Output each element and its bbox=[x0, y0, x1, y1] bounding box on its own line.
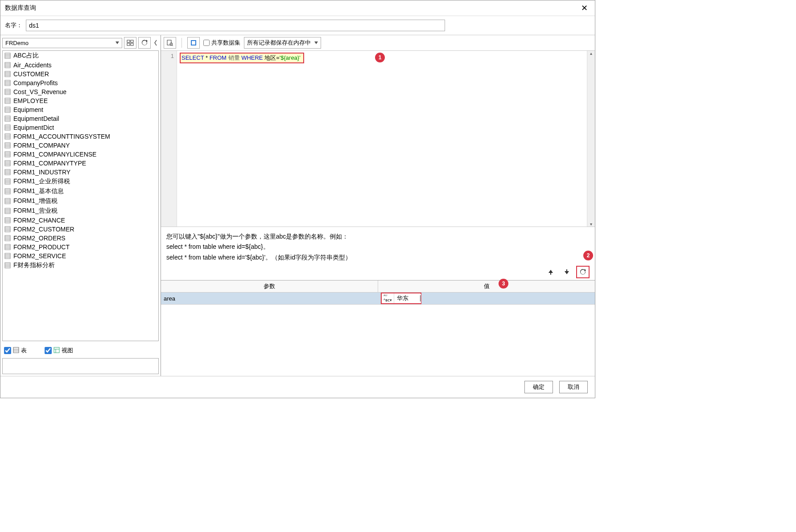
move-down-button[interactable] bbox=[560, 266, 573, 278]
line-number: 1 bbox=[161, 53, 174, 59]
table-icon bbox=[4, 253, 11, 259]
code-area[interactable]: SELECT * FROM 销量 WHERE 地区='${area}' 1 bbox=[177, 51, 587, 227]
svg-rect-2 bbox=[127, 43, 130, 45]
share-label: 共享数据集 bbox=[211, 39, 240, 47]
cancel-button[interactable]: 取消 bbox=[559, 381, 588, 393]
scroll-down-icon[interactable]: ▾ bbox=[590, 222, 592, 227]
move-up-button[interactable] bbox=[544, 266, 557, 278]
table-item[interactable]: F财务指标分析 bbox=[3, 260, 158, 270]
right-toolbar: 共享数据集 所有记录都保存在内存中 bbox=[161, 35, 595, 51]
table-item[interactable]: FORM1_营业税 bbox=[3, 206, 158, 216]
param-header-name: 参数 bbox=[161, 280, 378, 293]
ok-button[interactable]: 确定 bbox=[524, 381, 553, 393]
dialog-footer: 确定 取消 bbox=[0, 376, 595, 398]
separator bbox=[181, 38, 182, 48]
check-view[interactable]: 视图 bbox=[45, 346, 73, 355]
table-item[interactable]: FORM2_ORDERS bbox=[3, 234, 158, 243]
table-item[interactable]: FORM2_CHANCE bbox=[3, 216, 158, 225]
share-check[interactable]: 共享数据集 bbox=[203, 39, 240, 47]
table-item[interactable]: FORM1_基本信息 bbox=[3, 186, 158, 196]
table-item-label: FORM2_CUSTOMER bbox=[13, 226, 74, 233]
param-header-value: 值 bbox=[484, 283, 490, 289]
sql-editor: 1 SELECT * FROM 销量 WHERE 地区='${area}' 1 … bbox=[161, 51, 595, 227]
refresh-connections-button[interactable] bbox=[138, 37, 151, 49]
connection-row: FRDemo bbox=[0, 35, 161, 50]
table-item[interactable]: CompanyProfits bbox=[3, 78, 158, 87]
table-checkbox[interactable] bbox=[4, 347, 11, 354]
maximize-button[interactable] bbox=[187, 37, 200, 49]
table-item[interactable]: EquipmentDetail bbox=[3, 114, 158, 123]
vertical-scrollbar[interactable]: ▴ ▾ bbox=[587, 51, 595, 227]
schema-button[interactable] bbox=[124, 37, 136, 49]
table-item[interactable]: Equipment bbox=[3, 105, 158, 114]
table-icon bbox=[4, 53, 11, 59]
table-icon bbox=[4, 208, 11, 214]
table-item[interactable]: CUSTOMER bbox=[3, 70, 158, 78]
param-header-value-wrap: 值 3 bbox=[378, 280, 595, 293]
table-item-label: CompanyProfits bbox=[13, 79, 58, 87]
param-name-cell[interactable]: area bbox=[161, 293, 381, 305]
svg-rect-106 bbox=[167, 40, 171, 45]
collapse-button[interactable] bbox=[153, 37, 159, 49]
hint-line: 您可以键入"${abc}"做为一个参数，这里abc是参数的名称。例如： bbox=[166, 231, 590, 242]
annotation-badge-2: 2 bbox=[583, 251, 593, 260]
table-item[interactable]: FORM1_COMPANYLICENSE bbox=[3, 150, 158, 159]
table-list[interactable]: ABC占比Air_AccidentsCUSTOMERCompanyProfits… bbox=[2, 50, 159, 341]
view-checkbox[interactable] bbox=[45, 347, 52, 354]
name-input[interactable] bbox=[26, 20, 445, 31]
table-icon bbox=[4, 198, 11, 204]
scroll-up-icon[interactable]: ▴ bbox=[590, 51, 592, 56]
dialog-root: 数据库查询 ✕ 名字： FRDemo A bbox=[0, 0, 595, 398]
type-picker-icon[interactable]: ᴬᵁᴬʙᴄ▾ bbox=[382, 293, 394, 303]
param-value-cell[interactable]: ᴬᵁᴬʙᴄ▾ bbox=[381, 293, 595, 305]
table-item[interactable]: Air_Accidents bbox=[3, 61, 158, 70]
table-item[interactable]: FORM2_SERVICE bbox=[3, 252, 158, 260]
memory-select[interactable]: 所有记录都保存在内存中 bbox=[244, 37, 321, 49]
svg-rect-3 bbox=[131, 43, 133, 45]
check-table[interactable]: 表 bbox=[4, 346, 27, 355]
table-item[interactable]: EMPLOYEE bbox=[3, 96, 158, 105]
table-icon bbox=[4, 226, 11, 232]
table-icon bbox=[4, 188, 11, 194]
chevron-down-icon bbox=[115, 41, 119, 44]
table-item[interactable]: FORM1_增值税 bbox=[3, 196, 158, 206]
table-item[interactable]: FORM2_PRODUCT bbox=[3, 243, 158, 252]
table-item[interactable]: ABC占比 bbox=[3, 51, 158, 61]
connection-select[interactable]: FRDemo bbox=[2, 38, 122, 48]
table-item[interactable]: FORM1_ACCOUNTTINGSYSTEM bbox=[3, 132, 158, 141]
line-gutter: 1 bbox=[161, 51, 177, 227]
annotation-badge-3: 3 bbox=[499, 279, 508, 289]
table-item[interactable]: FORM1_INDUSTRY bbox=[3, 168, 158, 177]
table-item[interactable]: FORM1_COMPANYTYPE bbox=[3, 159, 158, 168]
view-label: 视图 bbox=[62, 346, 73, 355]
sql-highlighted: SELECT * FROM 销量 WHERE 地区='${area}' bbox=[180, 53, 304, 63]
memory-value: 所有记录都保存在内存中 bbox=[247, 39, 311, 47]
table-item-label: FORM1_COMPANY bbox=[13, 142, 70, 149]
table-item-label: FORM1_营业税 bbox=[13, 207, 58, 215]
table-icon bbox=[4, 89, 11, 95]
param-value-input[interactable] bbox=[394, 294, 421, 303]
filter-checks: 表 视图 bbox=[0, 343, 161, 358]
table-item[interactable]: FORM2_CUSTOMER bbox=[3, 225, 158, 234]
param-toolbar: 2 bbox=[161, 266, 595, 280]
param-value-editor[interactable]: ᴬᵁᴬʙᴄ▾ bbox=[381, 293, 421, 304]
close-icon[interactable]: ✕ bbox=[578, 3, 590, 13]
search-strip[interactable] bbox=[2, 358, 159, 374]
table-item-label: FORM1_企业所得税 bbox=[13, 177, 70, 186]
table-item[interactable]: FORM1_COMPANY bbox=[3, 141, 158, 150]
table-icon bbox=[4, 169, 11, 175]
chevron-down-icon bbox=[314, 41, 318, 44]
param-header: 参数 值 3 bbox=[161, 280, 595, 293]
share-checkbox[interactable] bbox=[203, 40, 210, 46]
table-icon bbox=[4, 115, 11, 122]
table-item[interactable]: EquipmentDict bbox=[3, 123, 158, 132]
param-row[interactable]: area ᴬᵁᴬʙᴄ▾ bbox=[161, 293, 595, 305]
table-item[interactable]: FORM1_企业所得税 bbox=[3, 177, 158, 186]
table-item-label: FORM1_COMPANYTYPE bbox=[13, 160, 86, 167]
annotation-badge-1: 1 bbox=[375, 53, 385, 62]
table-icon bbox=[4, 124, 11, 131]
refresh-params-button[interactable] bbox=[576, 266, 590, 278]
right-panel: 共享数据集 所有记录都保存在内存中 1 SELECT * FROM 销量 WHE… bbox=[161, 35, 595, 376]
table-item[interactable]: Cost_VS_Revenue bbox=[3, 87, 158, 96]
preview-button[interactable] bbox=[164, 37, 176, 49]
